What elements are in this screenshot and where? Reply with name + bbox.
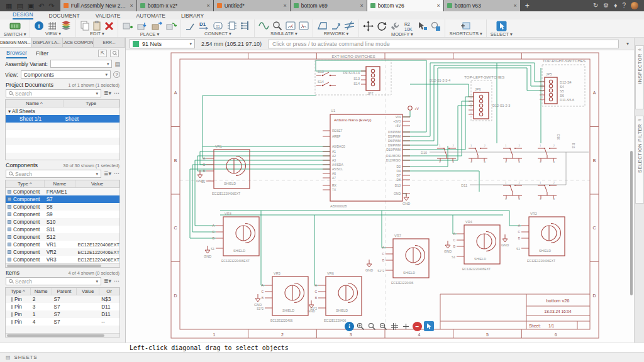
command-options-chevron-icon[interactable]: ▾ <box>625 41 630 47</box>
column-header[interactable]: Name <box>31 288 52 295</box>
bus-icon[interactable] <box>240 21 250 31</box>
redo-icon[interactable]: ↷ <box>48 3 54 9</box>
add-button[interactable] <box>401 322 411 331</box>
gate-icon[interactable]: 01 <box>213 21 224 31</box>
document-tab[interactable]: bottom-x v2* × <box>137 0 213 11</box>
zoom-out-button[interactable] <box>379 322 388 331</box>
grid-toggle-button[interactable] <box>390 322 399 331</box>
variant-table-icon[interactable]: ▤ <box>114 61 120 67</box>
waveform-icon[interactable] <box>258 21 269 31</box>
place-package-icon[interactable] <box>151 21 162 31</box>
project-documents-search-input[interactable]: Search▾ <box>6 89 101 97</box>
column-header[interactable]: Type <box>64 100 120 107</box>
view-select[interactable]: Components▾ <box>21 70 111 79</box>
panel-tab[interactable]: PLACE COMPON... <box>63 38 94 47</box>
tact-switch[interactable]: 1234 <box>538 181 557 200</box>
toolbar-group-connect[interactable]: D1 01 CONNECT ▾ <box>181 19 255 37</box>
paste-special-icon[interactable] <box>418 21 428 31</box>
component-row[interactable]: Component FRAME1 <box>6 188 119 195</box>
menu-item-document[interactable]: DOCUMENT <box>49 13 80 19</box>
connector-JP6[interactable] <box>474 92 489 119</box>
column-header[interactable]: Value <box>77 288 99 295</box>
more-options-icon[interactable]: ⋯ <box>114 171 119 177</box>
zoom-to-icon[interactable] <box>110 50 119 57</box>
settings-gear-icon[interactable]: ⚙ <box>603 3 609 9</box>
component-row[interactable]: Component S10 <box>6 218 119 226</box>
document-tab[interactable]: bottom v26 × <box>367 0 443 11</box>
toolbar-group-modify[interactable]: R210K MODIFY ▾ <box>359 19 445 37</box>
net-wire-icon[interactable] <box>185 21 195 31</box>
tact-switch[interactable]: 1234 <box>538 144 557 163</box>
schematic-canvas[interactable]: AABBCCDD123456D10D11D10D11GNDGNDGNDGNDGN… <box>126 50 634 343</box>
help-circle-icon[interactable]: ? <box>113 71 120 78</box>
help-icon[interactable]: ? <box>622 3 626 9</box>
align-icon[interactable] <box>431 21 441 31</box>
encoder-VR5[interactable]: VR5ACBS1*2SHIELDEC12E1220406 <box>257 272 308 322</box>
encoder-VR4[interactable]: VR4ACBS1SHIELDEC12E1220406EXT <box>452 220 500 271</box>
column-header[interactable]: Value <box>75 180 119 187</box>
component-row[interactable]: Component S9 <box>6 211 119 218</box>
arduino-symbol[interactable]: U1Arduino Nano (Every)ABX00028RESETAREFA… <box>323 109 410 208</box>
components-hscrollbar[interactable] <box>6 263 119 267</box>
toolbar-group-view[interactable]: i VIEW ▾ <box>30 19 76 37</box>
paste-icon[interactable] <box>92 21 101 31</box>
component-row[interactable]: Component VR3 EC12E1220406EXT <box>6 256 119 263</box>
sheet-row[interactable]: Sheet 1/1 Sheet <box>6 115 119 123</box>
copy-icon[interactable] <box>80 21 89 31</box>
tact-switch[interactable]: 1234 <box>503 144 522 163</box>
net-label-icon[interactable]: D1 <box>198 21 209 31</box>
toolbar-group-rework[interactable]: REWORK ▾ <box>313 19 359 37</box>
toolbar-group-place[interactable]: PLACE ▾ <box>118 19 181 37</box>
polygon-icon[interactable] <box>317 21 328 31</box>
items-search-input[interactable]: Search▾ <box>6 277 101 285</box>
delete-icon[interactable] <box>104 21 114 31</box>
component-row[interactable]: Component VR1 EC12E1220406EXT <box>6 241 119 248</box>
toolbar-group-select[interactable]: SELECT ▾ <box>487 19 516 37</box>
menu-item-library[interactable]: LIBRARY <box>181 13 204 19</box>
column-header[interactable]: Type ^ <box>6 180 45 187</box>
change-value-icon[interactable]: R210K <box>403 21 414 31</box>
item-row[interactable]: Pin 4 S7 -- <box>6 318 119 326</box>
move-icon[interactable] <box>363 21 374 31</box>
shortcuts-icon[interactable] <box>460 21 472 31</box>
panel-tab[interactable]: DESIGN MAN... <box>0 38 31 47</box>
save-icon[interactable]: ▣ <box>28 3 34 9</box>
sheet-row[interactable]: ▾ All Sheets <box>6 107 119 115</box>
replace-part-icon[interactable] <box>165 21 177 31</box>
app-grid-icon[interactable]: ▦ <box>6 3 12 9</box>
place-from-library-icon[interactable] <box>136 21 148 31</box>
assembly-variant-select[interactable]: ▾ <box>50 60 113 68</box>
wrench-icon[interactable] <box>390 21 400 31</box>
inspector-tab[interactable]: ≪ INSPECTOR <box>635 45 644 109</box>
toolbar-group-shortcuts[interactable]: SHORTCUTS ▾ <box>445 19 486 37</box>
column-header[interactable]: Name ^ <box>6 100 64 107</box>
rotate-icon[interactable] <box>377 21 387 31</box>
component-row[interactable]: Component S7 <box>6 195 119 203</box>
connector-JP5[interactable] <box>545 77 557 104</box>
selection-filter-tab[interactable]: ≪ SELECTION FILTER <box>635 116 644 204</box>
components-search-input[interactable]: Search▾ <box>6 170 101 178</box>
select-mode-button[interactable] <box>424 321 434 331</box>
tact-switch[interactable]: 1234 <box>503 181 522 200</box>
info-button[interactable]: i <box>345 322 354 331</box>
layers-icon[interactable] <box>60 21 72 31</box>
close-icon[interactable]: × <box>130 3 133 9</box>
avatar[interactable] <box>631 2 638 9</box>
close-icon[interactable]: × <box>436 3 440 9</box>
column-header[interactable]: Or <box>99 288 119 295</box>
select-icon[interactable] <box>496 21 507 31</box>
place-component-icon[interactable] <box>122 21 133 31</box>
route-arrow-icon[interactable] <box>331 21 341 31</box>
list-options-icon[interactable]: ≣▾ <box>104 171 111 177</box>
encoder-VR2[interactable]: VR2ACBS1SHIELDEC12E1220406EXT <box>516 212 565 263</box>
toolbar-group-switch[interactable]: SWITCH ▾ <box>0 19 30 37</box>
items-hscrollbar[interactable] <box>6 333 119 337</box>
meter2-icon[interactable] <box>299 21 309 31</box>
grid-icon[interactable] <box>47 21 57 31</box>
component-row[interactable]: Component S8 <box>6 203 119 211</box>
ripup-icon[interactable] <box>344 21 355 31</box>
menu-item-design[interactable]: DESIGN <box>13 11 33 19</box>
component-row[interactable]: Component VR2 EC12E1220406EXT <box>6 248 119 256</box>
tact-switch[interactable]: 1234 <box>469 144 487 163</box>
document-tab[interactable]: bottom v69 × <box>291 0 367 11</box>
